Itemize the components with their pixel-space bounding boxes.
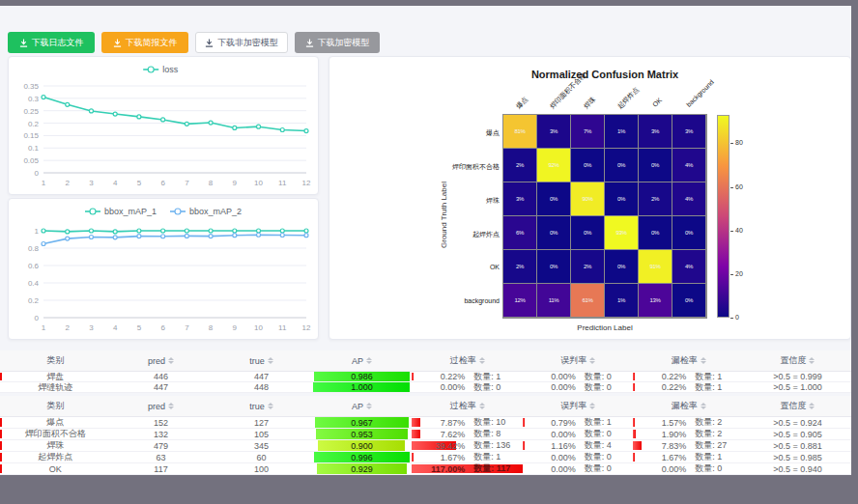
missdetect-cell: 1.67%数量: 1 — [633, 452, 744, 462]
sort-icon[interactable] — [589, 403, 595, 409]
data-point — [89, 229, 93, 233]
y-tick-label: 0.3 — [28, 95, 40, 103]
overdetect-cell: 39.42%数量: 136 — [412, 440, 523, 451]
x-tick-label: 6 — [160, 323, 165, 332]
column-header-漏检率[interactable]: 漏检率 — [633, 396, 744, 416]
colorbar-tick — [730, 143, 733, 144]
download-report-file-button[interactable]: 下载简报文件 — [101, 32, 188, 53]
download-log-file-button[interactable]: 下载日志文件 — [8, 32, 95, 53]
table-row-焊盘: 焊盘4464470.9860.22%数量: 10.00%数量: 00.22%数量… — [0, 372, 851, 382]
download-encrypted-model-button[interactable]: 下载加密模型 — [295, 32, 380, 53]
table-row-OK: OK1171000.929117.00%数量: 1170.00%数量: 00.0… — [0, 463, 851, 475]
x-tick-label: 12 — [302, 179, 311, 187]
column-header-漏检率[interactable]: 漏检率 — [633, 350, 744, 371]
missdetect-cell: 1.57%数量: 2 — [633, 417, 744, 428]
overdetect-cell: 117.00%数量: 117 — [412, 463, 523, 474]
x-tick-label: 1 — [42, 323, 46, 332]
cm-col-label: OK — [651, 97, 663, 108]
x-tick-label: 5 — [137, 323, 142, 332]
data-point — [185, 122, 188, 126]
column-header-true[interactable]: true — [211, 350, 311, 371]
true-cell: 345 — [211, 440, 311, 451]
sort-icon[interactable] — [701, 403, 706, 409]
y-tick-label: 0.2 — [28, 120, 40, 128]
x-tick-label: 9 — [233, 323, 238, 332]
column-header-pred[interactable]: pred — [111, 396, 212, 416]
class-cell: 焊盘 — [0, 372, 111, 381]
sort-icon[interactable] — [809, 357, 815, 364]
sort-icon[interactable] — [479, 357, 485, 364]
legend-item-loss[interactable]: loss — [143, 65, 179, 74]
colorbar-tick — [730, 318, 733, 319]
sort-icon[interactable] — [268, 403, 273, 409]
ap-bar: 0.929 — [317, 463, 407, 474]
class-cell: 焊珠 — [0, 440, 111, 451]
data-point — [280, 234, 284, 238]
x-tick-label: 7 — [185, 323, 189, 332]
data-point — [161, 118, 165, 122]
data-point — [66, 102, 70, 106]
column-header-置信度[interactable]: 置信度 — [744, 396, 851, 416]
sort-icon[interactable] — [479, 403, 485, 409]
confidence-cell: >0.5 = 0.881 — [744, 440, 851, 451]
x-tick-label: 3 — [89, 179, 94, 187]
data-point — [304, 234, 308, 238]
x-tick-label: 1 — [42, 179, 46, 187]
confidence-cell: >0.5 = 0.940 — [744, 463, 851, 474]
loss-chart-card: 00.050.10.150.20.250.30.3512345678910111… — [8, 56, 319, 195]
series-line-loss — [43, 98, 306, 131]
cm-row-label: 焊珠 — [329, 196, 500, 206]
y-tick-label: 0.1 — [28, 144, 40, 153]
legend-item-bbox_mAP_1[interactable]: bbox_mAP_1 — [85, 207, 157, 216]
cm-col-label: 起焊炸点 — [615, 85, 641, 111]
confusion-matrix-title: Normalized Confusion Matrix — [460, 69, 750, 80]
x-tick-label: 4 — [113, 179, 118, 187]
y-tick-label: 0.2 — [28, 296, 40, 305]
data-point — [137, 235, 141, 238]
y-tick-label: 0.8 — [28, 244, 40, 253]
legend-item-bbox_mAP_2[interactable]: bbox_mAP_2 — [170, 207, 242, 216]
sort-icon[interactable] — [268, 357, 273, 364]
colorbar-tick-label: 60 — [735, 183, 743, 190]
svg-text:bbox_mAP_2: bbox_mAP_2 — [189, 207, 242, 216]
ap-cell: 0.929 — [311, 463, 412, 474]
sort-icon[interactable] — [366, 357, 372, 364]
overdetect-cell: 7.62%数量: 8 — [412, 429, 523, 439]
x-tick-label: 7 — [185, 179, 189, 187]
cm-row-label: 焊印面积不合格 — [329, 162, 500, 172]
column-header-pred[interactable]: pred — [111, 350, 212, 371]
ap-bar: 1.000 — [313, 382, 410, 392]
sort-icon[interactable] — [168, 357, 174, 364]
sort-icon[interactable] — [701, 357, 706, 364]
sort-icon[interactable] — [809, 403, 815, 409]
true-cell: 448 — [211, 382, 311, 392]
svg-text:loss: loss — [162, 65, 179, 74]
colorbar-tick — [730, 187, 733, 188]
data-point — [89, 109, 93, 113]
column-header-过检率[interactable]: 过检率 — [412, 396, 523, 416]
missdetect-cell: 0.22%数量: 1 — [633, 372, 744, 381]
sort-icon[interactable] — [589, 357, 595, 364]
column-header-AP[interactable]: AP — [311, 396, 412, 416]
true-cell: 105 — [211, 429, 311, 439]
column-header-true[interactable]: true — [211, 396, 311, 416]
confidence-cell: >0.5 = 0.905 — [744, 429, 851, 439]
column-header-过检率[interactable]: 过检率 — [412, 350, 523, 371]
download-icon — [19, 39, 28, 47]
column-header-误判率[interactable]: 误判率 — [523, 350, 634, 371]
confidence-cell: >0.5 = 0.985 — [744, 452, 851, 462]
y-tick-label: 0.4 — [28, 279, 40, 288]
series-line-bbox_mAP_2 — [43, 235, 306, 243]
sort-icon[interactable] — [366, 403, 372, 409]
sort-icon[interactable] — [168, 403, 174, 409]
x-tick-label: 11 — [278, 179, 287, 187]
download-unencrypted-model-button[interactable]: 下载非加密模型 — [195, 32, 288, 53]
column-header-AP[interactable]: AP — [311, 350, 412, 371]
column-header-置信度[interactable]: 置信度 — [744, 350, 851, 371]
misjudge-cell: 0.00%数量: 0 — [523, 429, 634, 439]
ap-cell: 0.900 — [311, 440, 412, 451]
column-header-误判率[interactable]: 误判率 — [523, 396, 634, 416]
colorbar-tick-label: 20 — [735, 270, 743, 277]
colorbar-tick-label: 80 — [735, 139, 743, 146]
table-header-row: 类别predtrueAP过检率误判率漏检率置信度 — [0, 350, 851, 372]
